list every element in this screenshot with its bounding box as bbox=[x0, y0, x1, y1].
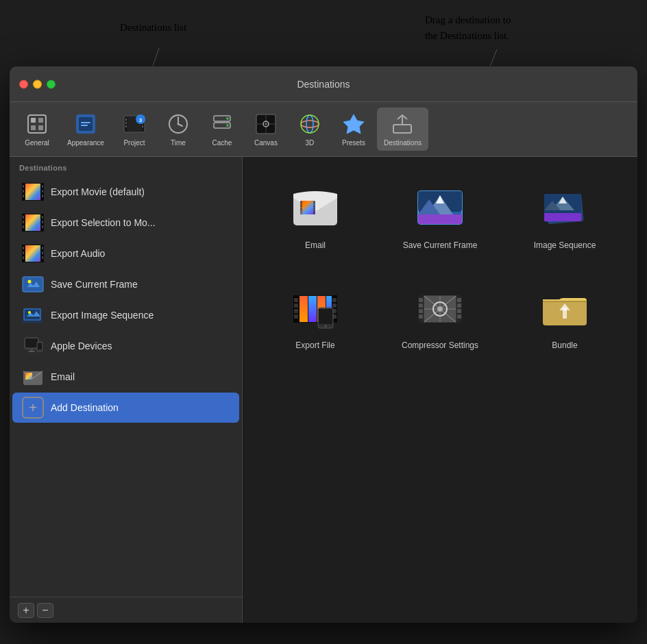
email-label: Email bbox=[51, 371, 75, 382]
sidebar-item-add-destination[interactable]: + Add Destination bbox=[12, 393, 239, 423]
toolbar-item-general[interactable]: General bbox=[16, 108, 58, 151]
svg-rect-118 bbox=[294, 309, 298, 313]
export-audio-icon bbox=[22, 244, 44, 263]
svg-rect-51 bbox=[25, 184, 40, 200]
svg-rect-97 bbox=[313, 208, 315, 210]
svg-point-36 bbox=[301, 121, 319, 127]
add-destination-label: Add Destination bbox=[51, 402, 119, 413]
svg-rect-48 bbox=[42, 185, 43, 188]
save-frame-icon bbox=[22, 275, 44, 294]
dest-bundle-label: Bundle bbox=[552, 340, 577, 350]
svg-rect-72 bbox=[23, 277, 43, 292]
svg-rect-81 bbox=[30, 349, 33, 351]
sidebar-item-export-selection[interactable]: Export Selection to Mo... bbox=[12, 208, 239, 238]
minimize-button[interactable] bbox=[33, 79, 42, 88]
svg-rect-60 bbox=[42, 225, 43, 228]
dest-email[interactable]: Email bbox=[263, 177, 367, 257]
svg-rect-94 bbox=[300, 208, 302, 210]
svg-point-35 bbox=[265, 123, 267, 125]
svg-rect-49 bbox=[42, 190, 43, 193]
svg-rect-57 bbox=[23, 225, 24, 228]
toolbar-item-presets[interactable]: Presets bbox=[333, 108, 374, 151]
svg-rect-125 bbox=[308, 296, 317, 322]
sidebar-item-save-frame[interactable]: Save Current Frame bbox=[12, 269, 239, 299]
svg-rect-15 bbox=[125, 119, 127, 121]
apple-devices-icon bbox=[22, 336, 44, 356]
svg-rect-141 bbox=[457, 314, 461, 319]
svg-point-38 bbox=[301, 115, 319, 133]
svg-rect-3 bbox=[31, 118, 36, 123]
save-frame-label: Save Current Frame bbox=[51, 279, 138, 290]
svg-rect-96 bbox=[313, 205, 315, 207]
svg-rect-5 bbox=[31, 125, 36, 130]
dest-bundle[interactable]: Bundle bbox=[513, 277, 617, 357]
toolbar-item-destinations[interactable]: Destinations bbox=[377, 108, 428, 151]
dest-image-sequence[interactable]: Image Sequence bbox=[513, 177, 617, 257]
svg-point-77 bbox=[28, 311, 31, 314]
svg-rect-59 bbox=[42, 221, 43, 223]
svg-rect-70 bbox=[42, 256, 43, 259]
svg-rect-117 bbox=[294, 304, 298, 308]
dest-image-sequence-label: Image Sequence bbox=[534, 240, 596, 250]
presets-icon bbox=[341, 112, 366, 136]
svg-point-148 bbox=[437, 306, 443, 312]
canvas-icon bbox=[254, 112, 278, 136]
sidebar-email-icon bbox=[22, 367, 44, 386]
svg-text:3: 3 bbox=[139, 117, 143, 123]
destinations-grid: Email bbox=[263, 177, 617, 357]
svg-rect-89 bbox=[300, 201, 315, 214]
toolbar-item-cache[interactable]: Cache bbox=[202, 108, 243, 151]
svg-point-74 bbox=[28, 280, 32, 284]
svg-rect-67 bbox=[23, 256, 24, 259]
destinations-icon bbox=[390, 112, 415, 136]
svg-rect-95 bbox=[313, 201, 315, 203]
svg-rect-124 bbox=[300, 296, 308, 322]
right-panel: Email bbox=[243, 157, 637, 623]
sidebar-item-apple-devices[interactable]: Apple Devices bbox=[12, 331, 239, 361]
dest-export-file[interactable]: Export File bbox=[263, 277, 367, 357]
sidebar-item-export-audio[interactable]: Export Audio bbox=[12, 238, 239, 269]
toolbar-item-time[interactable]: Time bbox=[158, 108, 199, 151]
toolbar-item-project[interactable]: 3 Project bbox=[114, 108, 155, 151]
svg-rect-82 bbox=[28, 351, 35, 352]
svg-rect-55 bbox=[23, 216, 24, 219]
sidebar: Destinations bbox=[10, 157, 243, 623]
sidebar-item-image-sequence[interactable]: Export Image Sequence bbox=[12, 300, 239, 330]
svg-rect-20 bbox=[142, 125, 143, 127]
toolbar-item-3d[interactable]: 3D bbox=[289, 108, 330, 151]
dest-bundle-icon bbox=[537, 284, 592, 334]
svg-rect-58 bbox=[42, 216, 43, 219]
svg-rect-47 bbox=[23, 195, 24, 197]
dest-save-frame[interactable]: Save Current Frame bbox=[388, 177, 492, 257]
export-audio-label: Export Audio bbox=[51, 248, 105, 259]
svg-point-37 bbox=[306, 115, 313, 133]
window-title: Destinations bbox=[297, 79, 350, 90]
svg-rect-120 bbox=[332, 298, 337, 302]
svg-rect-2 bbox=[28, 115, 46, 133]
fullscreen-button[interactable] bbox=[47, 79, 56, 88]
dest-image-sequence-icon bbox=[537, 184, 592, 234]
toolbar-item-appearance[interactable]: Appearance bbox=[60, 108, 111, 151]
dest-compressor-settings[interactable]: Compressor Settings bbox=[388, 277, 492, 357]
appearance-label: Appearance bbox=[67, 139, 104, 147]
canvas-label: Canvas bbox=[254, 139, 278, 147]
svg-rect-134 bbox=[419, 298, 423, 302]
sidebar-item-email[interactable]: Email bbox=[12, 362, 239, 392]
remove-item-button[interactable]: − bbox=[37, 603, 53, 618]
project-icon: 3 bbox=[122, 112, 147, 136]
svg-rect-56 bbox=[23, 221, 24, 223]
svg-rect-46 bbox=[23, 190, 24, 193]
image-sequence-icon bbox=[22, 306, 44, 325]
svg-rect-121 bbox=[332, 304, 337, 308]
general-label: General bbox=[25, 139, 49, 147]
toolbar-item-canvas[interactable]: Canvas bbox=[245, 108, 286, 151]
close-button[interactable] bbox=[19, 79, 28, 88]
svg-rect-116 bbox=[294, 298, 298, 302]
main-window: Destinations General bbox=[10, 66, 637, 623]
svg-rect-10 bbox=[81, 125, 88, 126]
svg-rect-69 bbox=[42, 251, 43, 254]
sidebar-item-export-movie[interactable]: Export Movie (default) bbox=[12, 177, 239, 207]
add-item-button[interactable]: + bbox=[18, 603, 34, 618]
titlebar: Destinations bbox=[10, 66, 637, 102]
svg-rect-149 bbox=[543, 301, 587, 302]
